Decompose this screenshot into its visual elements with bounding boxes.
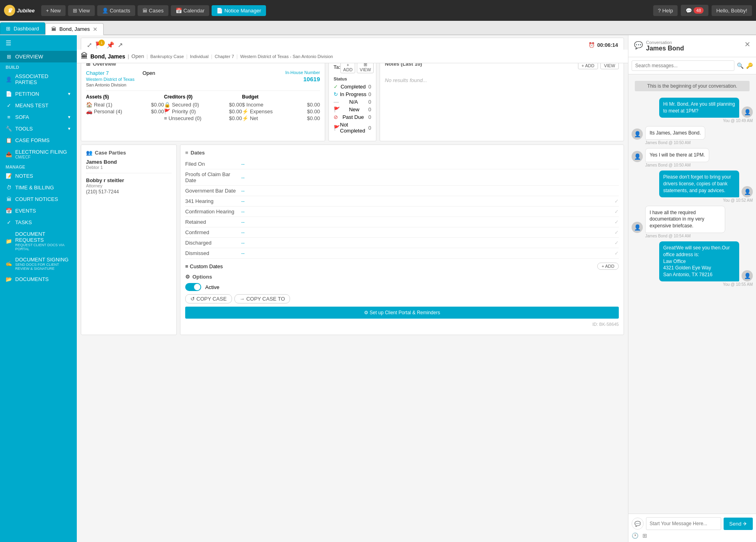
options-section: ⚙ Options Active ↺ COPY CASE (185, 274, 619, 319)
logo-icon: ♛ (4, 5, 15, 16)
flag-icon[interactable]: 🚩 1 (95, 41, 103, 49)
setup-portal-button[interactable]: ⚙ Set up Client Portal & Reminders (185, 307, 619, 319)
copy-case-button[interactable]: ↺ COPY CASE (185, 294, 232, 303)
send-button[interactable]: Send ✈ (724, 518, 753, 530)
sidebar-item-document-signing[interactable]: ✍ DOCUMENT SIGNING SEND DOCS FOR CLIENT … (0, 254, 77, 273)
tab-case[interactable]: 🏛 Bond, James ✕ (45, 23, 104, 35)
notice-manager-button[interactable]: 📄 Notice Manager (212, 5, 266, 16)
sidebar-item-time-billing[interactable]: ⏱ TIME & BILLING (0, 182, 77, 193)
dates-icon: ≡ (185, 150, 188, 156)
grid-icon[interactable]: ⊞ (642, 532, 647, 539)
breadcrumb-sep1: | (128, 53, 129, 59)
conversation-close-button[interactable]: ✕ (744, 40, 750, 49)
hearing-edit-icon[interactable]: ✓ (614, 198, 619, 204)
sidebar-item-tools[interactable]: 🔧 TOOLS ▼ (0, 123, 77, 134)
hearing-341-label: 341 Hearing (185, 198, 241, 204)
sidebar-item-document-requests[interactable]: 📁 DOCUMENT REQUESTS REQUEST CLIENT DOCS … (0, 228, 77, 254)
tasks-status-section: Status ✓ Completed 0 ↻ In Progress 0 — N… (334, 76, 371, 134)
net-icon: ⚡ Net (242, 115, 258, 121)
contacts-button[interactable]: 👤 Contacts (97, 5, 135, 16)
confirmed-label: Confirmed (185, 229, 241, 235)
user-menu-button[interactable]: Hello, Bobby! (712, 5, 752, 16)
main-layout: ☰ ⊞ OVERVIEW BUILD 👤 ASSOCIATED PARTIES … (0, 21, 756, 542)
sidebar-menu-icon[interactable]: ☰ (0, 35, 77, 51)
overview-chapter[interactable]: Chapter 7 (86, 70, 134, 76)
copy-icon: ↺ (190, 296, 195, 302)
copy-case-to-button[interactable]: → COPY CASE TO (234, 294, 290, 303)
dismissed-edit-icon[interactable]: ✓ (614, 250, 619, 256)
search-icon[interactable]: 🔍 (737, 62, 744, 69)
help-button[interactable]: ? Help (653, 5, 678, 16)
active-toggle[interactable] (185, 283, 201, 291)
creditors-heading: Creditors (0) (164, 94, 242, 100)
message-input[interactable] (646, 517, 721, 530)
case-parties-card: 👥 Case Parties James Bond Debtor 1 Bobby… (81, 145, 177, 335)
options-title: ⚙ Options (185, 274, 619, 280)
tasks-card: Ta: + ADD ⊞ VIEW Status ✓ Completed 0 ↻ (328, 56, 376, 141)
sidebar-item-electronic-filing[interactable]: 📤 ELECTRONIC FILING CM/ECF (0, 146, 77, 162)
tasks-completed-row: ✓ Completed 0 (334, 83, 371, 90)
their-avatar-3: 👤 (632, 151, 643, 162)
chat-button[interactable]: 💬 48 (681, 5, 708, 16)
court-notices-icon: 🏛 (6, 196, 12, 202)
their-avatar-5: 👤 (632, 222, 643, 233)
clock-icon[interactable]: 🕐 (632, 532, 638, 539)
conversation-search-input[interactable] (632, 60, 734, 71)
assets-real-item: 🏠 Real (1) $0.00 (86, 101, 164, 108)
sidebar-item-tasks[interactable]: ✓ TASKS (0, 217, 77, 228)
copy-case-to-label: COPY CASE TO (246, 296, 285, 302)
message-time-6: You @ 10:55 AM (632, 282, 753, 287)
conversation-messages: This is the beginning of your conversati… (628, 74, 756, 514)
attorney-phone: (210) 517-7244 (86, 189, 172, 195)
tab-dashboard[interactable]: ⊞ Dashboard (0, 22, 45, 34)
new-count: 0 (368, 106, 371, 112)
sidebar-item-notes[interactable]: 📝 NOTES (0, 170, 77, 182)
sidebar-item-overview[interactable]: ⊞ OVERVIEW (0, 51, 77, 62)
sidebar-item-means-test[interactable]: ✓ MEANS TEST (0, 100, 77, 111)
discharged-row: Discharged -- ✓ (185, 238, 619, 248)
expenses-item: ⚡ Expenses $0.00 (242, 108, 320, 115)
share-icon[interactable]: ↗ (118, 41, 123, 49)
discharged-edit-icon[interactable]: ✓ (614, 240, 619, 246)
content-area: 🏛 Bond, James | Open | Bankruptcy Case |… (77, 21, 628, 542)
my-avatar-1: 👤 (742, 106, 753, 118)
sidebar-item-court-notices[interactable]: 🏛 COURT NOTICES (0, 193, 77, 205)
confirmed-row: Confirmed -- ✓ (185, 227, 619, 238)
sidebar-item-case-forms[interactable]: 📋 CASE FORMS (0, 134, 77, 146)
sidebar-means-test-label: MEANS TEST (15, 102, 48, 108)
tasks-new-row: 🚩 New 0 (334, 106, 371, 113)
overview-district-link[interactable]: Western District of Texas (86, 77, 134, 82)
calendar-button[interactable]: 📅 Calendar (171, 5, 209, 16)
confirmation-edit-icon[interactable]: ✓ (614, 209, 619, 215)
tab-close-icon[interactable]: ✕ (93, 26, 98, 32)
confirmed-value: -- (241, 229, 614, 235)
tools-icon: 🔧 (6, 126, 12, 132)
sidebar-item-associated-parties[interactable]: 👤 ASSOCIATED PARTIES (0, 70, 77, 88)
speech-icon[interactable]: 💬 (632, 518, 644, 530)
sidebar-court-notices-label: COURT NOTICES (15, 196, 58, 202)
expand-icon[interactable]: ⤢ (87, 41, 92, 49)
cases-button[interactable]: 🏛 Cases (138, 5, 168, 16)
confirmed-edit-icon[interactable]: ✓ (614, 229, 619, 235)
case-forms-icon: 📋 (6, 137, 12, 143)
custom-dates-add-button[interactable]: + ADD (597, 263, 619, 270)
options-title-text: Options (192, 274, 212, 280)
assets-heading: Assets (5) (86, 94, 164, 100)
new-button[interactable]: + New (41, 5, 66, 16)
notcompleted-label: Not Completed (340, 122, 368, 134)
settings-icon[interactable]: 🔑 (746, 62, 753, 69)
overview-inhouse-label: In-House Number (285, 70, 320, 75)
discharged-label: Discharged (185, 240, 241, 246)
my-avatar-6: 👤 (742, 270, 753, 281)
sidebar-item-documents[interactable]: 📂 DOCUMENTS (0, 273, 77, 285)
timer: ⏰ 00:06:14 (588, 42, 618, 48)
pin-icon[interactable]: 📌 (106, 41, 114, 49)
net-item: ⚡ Net $0.00 (242, 115, 320, 122)
sidebar-item-sofa[interactable]: ≡ SOFA ▼ (0, 111, 77, 123)
view-button[interactable]: ⊞ View (68, 5, 95, 16)
sidebar-item-events[interactable]: 📅 EVENTS (0, 205, 77, 217)
breadcrumb-sep5: | (236, 53, 238, 59)
sidebar-item-petition[interactable]: 📄 PETITION ▼ (0, 88, 77, 100)
retained-edit-icon[interactable]: ✓ (614, 219, 619, 225)
sidebar-associated-label: ASSOCIATED PARTIES (15, 73, 71, 85)
